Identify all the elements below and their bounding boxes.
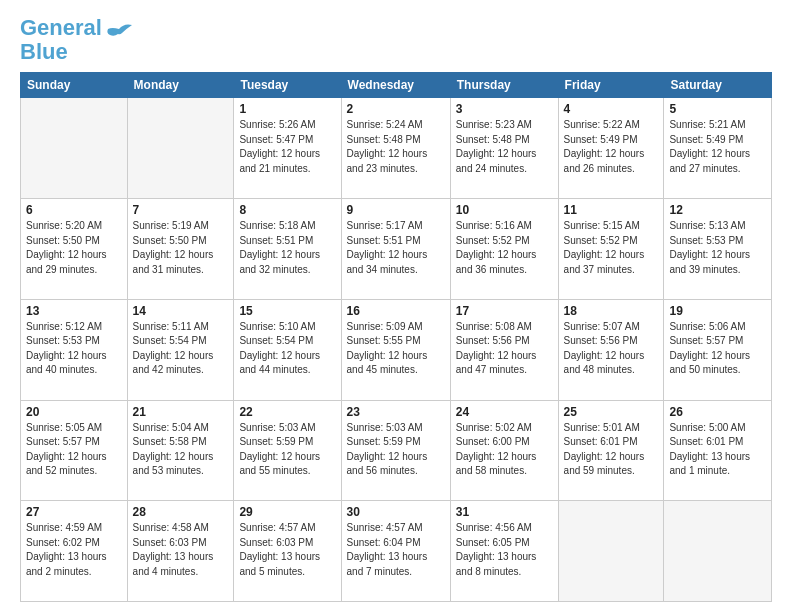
logo-general: General [20,15,102,40]
day-detail: Sunrise: 5:17 AM Sunset: 5:51 PM Dayligh… [347,219,445,277]
day-number: 6 [26,203,122,217]
weekday-header-tuesday: Tuesday [234,73,341,98]
day-number: 31 [456,505,553,519]
day-number: 17 [456,304,553,318]
day-number: 12 [669,203,766,217]
day-detail: Sunrise: 5:05 AM Sunset: 5:57 PM Dayligh… [26,421,122,479]
calendar-cell: 12Sunrise: 5:13 AM Sunset: 5:53 PM Dayli… [664,199,772,300]
weekday-header-sunday: Sunday [21,73,128,98]
day-number: 7 [133,203,229,217]
day-number: 26 [669,405,766,419]
day-detail: Sunrise: 4:57 AM Sunset: 6:03 PM Dayligh… [239,521,335,579]
day-number: 20 [26,405,122,419]
calendar-cell: 21Sunrise: 5:04 AM Sunset: 5:58 PM Dayli… [127,400,234,501]
day-detail: Sunrise: 5:08 AM Sunset: 5:56 PM Dayligh… [456,320,553,378]
day-detail: Sunrise: 5:19 AM Sunset: 5:50 PM Dayligh… [133,219,229,277]
calendar-cell: 3Sunrise: 5:23 AM Sunset: 5:48 PM Daylig… [450,98,558,199]
calendar-cell: 22Sunrise: 5:03 AM Sunset: 5:59 PM Dayli… [234,400,341,501]
calendar-cell: 23Sunrise: 5:03 AM Sunset: 5:59 PM Dayli… [341,400,450,501]
day-detail: Sunrise: 5:13 AM Sunset: 5:53 PM Dayligh… [669,219,766,277]
day-number: 19 [669,304,766,318]
weekday-header-wednesday: Wednesday [341,73,450,98]
page: General Blue SundayMondayTuesdayWednesda… [0,0,792,612]
day-number: 18 [564,304,659,318]
calendar-cell: 25Sunrise: 5:01 AM Sunset: 6:01 PM Dayli… [558,400,664,501]
calendar-week-row: 27Sunrise: 4:59 AM Sunset: 6:02 PM Dayli… [21,501,772,602]
day-number: 15 [239,304,335,318]
day-detail: Sunrise: 5:10 AM Sunset: 5:54 PM Dayligh… [239,320,335,378]
day-number: 29 [239,505,335,519]
day-detail: Sunrise: 4:59 AM Sunset: 6:02 PM Dayligh… [26,521,122,579]
day-number: 13 [26,304,122,318]
calendar-cell: 8Sunrise: 5:18 AM Sunset: 5:51 PM Daylig… [234,199,341,300]
calendar-week-row: 6Sunrise: 5:20 AM Sunset: 5:50 PM Daylig… [21,199,772,300]
day-number: 24 [456,405,553,419]
calendar-cell: 24Sunrise: 5:02 AM Sunset: 6:00 PM Dayli… [450,400,558,501]
day-number: 28 [133,505,229,519]
calendar-cell [664,501,772,602]
header: General Blue [20,16,772,64]
calendar-cell [21,98,128,199]
calendar-cell: 7Sunrise: 5:19 AM Sunset: 5:50 PM Daylig… [127,199,234,300]
calendar-week-row: 1Sunrise: 5:26 AM Sunset: 5:47 PM Daylig… [21,98,772,199]
day-number: 10 [456,203,553,217]
day-detail: Sunrise: 4:56 AM Sunset: 6:05 PM Dayligh… [456,521,553,579]
calendar-cell: 10Sunrise: 5:16 AM Sunset: 5:52 PM Dayli… [450,199,558,300]
day-detail: Sunrise: 4:57 AM Sunset: 6:04 PM Dayligh… [347,521,445,579]
day-number: 22 [239,405,335,419]
day-detail: Sunrise: 5:20 AM Sunset: 5:50 PM Dayligh… [26,219,122,277]
day-detail: Sunrise: 5:16 AM Sunset: 5:52 PM Dayligh… [456,219,553,277]
calendar-cell: 2Sunrise: 5:24 AM Sunset: 5:48 PM Daylig… [341,98,450,199]
calendar-cell: 20Sunrise: 5:05 AM Sunset: 5:57 PM Dayli… [21,400,128,501]
day-detail: Sunrise: 5:00 AM Sunset: 6:01 PM Dayligh… [669,421,766,479]
day-number: 27 [26,505,122,519]
calendar-cell: 1Sunrise: 5:26 AM Sunset: 5:47 PM Daylig… [234,98,341,199]
day-number: 11 [564,203,659,217]
day-number: 1 [239,102,335,116]
day-detail: Sunrise: 5:09 AM Sunset: 5:55 PM Dayligh… [347,320,445,378]
day-detail: Sunrise: 5:06 AM Sunset: 5:57 PM Dayligh… [669,320,766,378]
calendar-cell: 18Sunrise: 5:07 AM Sunset: 5:56 PM Dayli… [558,299,664,400]
day-number: 5 [669,102,766,116]
calendar-cell: 29Sunrise: 4:57 AM Sunset: 6:03 PM Dayli… [234,501,341,602]
day-detail: Sunrise: 5:22 AM Sunset: 5:49 PM Dayligh… [564,118,659,176]
day-number: 23 [347,405,445,419]
calendar-week-row: 20Sunrise: 5:05 AM Sunset: 5:57 PM Dayli… [21,400,772,501]
day-detail: Sunrise: 5:26 AM Sunset: 5:47 PM Dayligh… [239,118,335,176]
day-detail: Sunrise: 5:04 AM Sunset: 5:58 PM Dayligh… [133,421,229,479]
calendar-cell: 15Sunrise: 5:10 AM Sunset: 5:54 PM Dayli… [234,299,341,400]
day-number: 8 [239,203,335,217]
calendar-cell: 17Sunrise: 5:08 AM Sunset: 5:56 PM Dayli… [450,299,558,400]
day-detail: Sunrise: 4:58 AM Sunset: 6:03 PM Dayligh… [133,521,229,579]
calendar-cell: 9Sunrise: 5:17 AM Sunset: 5:51 PM Daylig… [341,199,450,300]
day-detail: Sunrise: 5:03 AM Sunset: 5:59 PM Dayligh… [347,421,445,479]
logo-blue: Blue [20,39,68,64]
weekday-header-saturday: Saturday [664,73,772,98]
calendar-cell: 14Sunrise: 5:11 AM Sunset: 5:54 PM Dayli… [127,299,234,400]
calendar-cell: 26Sunrise: 5:00 AM Sunset: 6:01 PM Dayli… [664,400,772,501]
calendar-cell [127,98,234,199]
logo-bird-icon [104,21,134,49]
day-number: 3 [456,102,553,116]
day-detail: Sunrise: 5:11 AM Sunset: 5:54 PM Dayligh… [133,320,229,378]
calendar-cell: 27Sunrise: 4:59 AM Sunset: 6:02 PM Dayli… [21,501,128,602]
day-detail: Sunrise: 5:15 AM Sunset: 5:52 PM Dayligh… [564,219,659,277]
calendar-cell [558,501,664,602]
calendar-cell: 28Sunrise: 4:58 AM Sunset: 6:03 PM Dayli… [127,501,234,602]
calendar-cell: 13Sunrise: 5:12 AM Sunset: 5:53 PM Dayli… [21,299,128,400]
logo-text: General Blue [20,16,102,64]
weekday-header-monday: Monday [127,73,234,98]
calendar-cell: 31Sunrise: 4:56 AM Sunset: 6:05 PM Dayli… [450,501,558,602]
day-detail: Sunrise: 5:01 AM Sunset: 6:01 PM Dayligh… [564,421,659,479]
day-number: 25 [564,405,659,419]
day-number: 21 [133,405,229,419]
calendar-cell: 19Sunrise: 5:06 AM Sunset: 5:57 PM Dayli… [664,299,772,400]
day-number: 14 [133,304,229,318]
day-number: 30 [347,505,445,519]
day-number: 16 [347,304,445,318]
calendar-cell: 4Sunrise: 5:22 AM Sunset: 5:49 PM Daylig… [558,98,664,199]
logo: General Blue [20,16,134,64]
weekday-header-thursday: Thursday [450,73,558,98]
day-number: 4 [564,102,659,116]
weekday-header-row: SundayMondayTuesdayWednesdayThursdayFrid… [21,73,772,98]
